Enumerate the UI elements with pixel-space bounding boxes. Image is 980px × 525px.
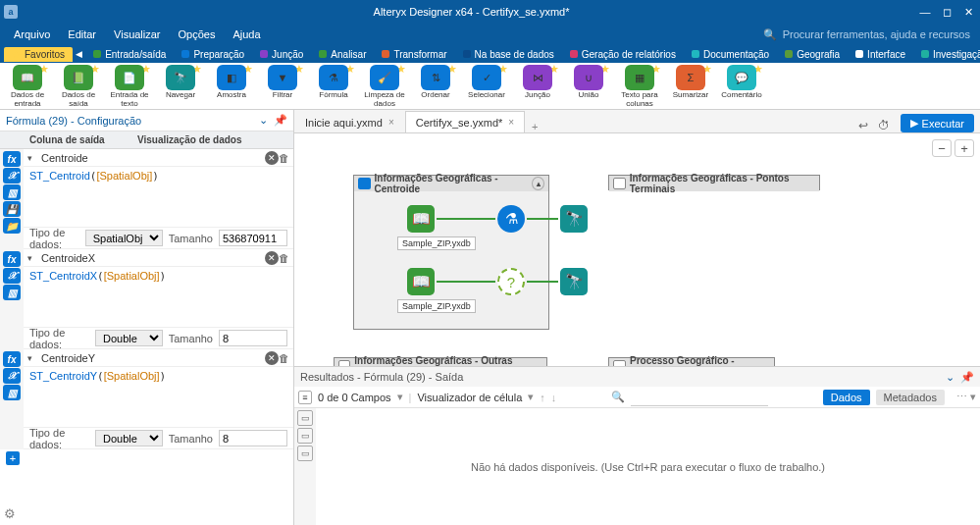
chevron-down-icon[interactable]: ▾: [27, 253, 41, 263]
cat-juncao[interactable]: Junção: [252, 48, 311, 61]
menu-editar[interactable]: Editar: [60, 26, 104, 42]
tool-comentario[interactable]: ★💬Comentário: [718, 65, 765, 100]
tab-inicie[interactable]: Inicie aqui.yxmd×: [294, 111, 405, 132]
cat-transformar[interactable]: Transformar: [374, 48, 454, 61]
cat-geo[interactable]: Geografia: [777, 48, 848, 61]
datatype-select[interactable]: Double: [95, 430, 163, 446]
palette-x-icon[interactable]: 𝒳: [3, 268, 21, 284]
field-row[interactable]: ▾ CentroideX ✕ 🗑: [24, 249, 293, 267]
tool-filtrar[interactable]: ★▼Filtrar: [259, 65, 306, 100]
new-tab-button[interactable]: +: [525, 121, 544, 132]
search-placeholder[interactable]: Procurar ferramentas, ajuda e recursos: [783, 28, 970, 40]
node-input[interactable]: 📖: [407, 205, 435, 233]
container-combinar[interactable]: Processo Geográfico - Combinar: [608, 357, 775, 366]
schedule-icon[interactable]: ⏱: [873, 119, 895, 132]
results-side-icon[interactable]: ▭: [297, 446, 313, 461]
node-input[interactable]: 📖: [407, 268, 435, 295]
clear-icon[interactable]: ✕: [265, 251, 279, 265]
results-search-input[interactable]: [631, 389, 768, 406]
arrow-up-icon[interactable]: ↑: [540, 392, 545, 403]
palette-col-icon[interactable]: ▥: [3, 385, 21, 400]
node-browse[interactable]: 🔭: [560, 268, 588, 295]
dados-tab[interactable]: Dados: [823, 390, 870, 405]
trash-icon[interactable]: 🗑: [279, 152, 289, 164]
palette-folder-icon[interactable]: 📁: [3, 218, 21, 234]
tool-navegar[interactable]: ★🔭Navegar: [157, 65, 204, 100]
gear-icon[interactable]: ⚙: [4, 506, 16, 521]
node-browse[interactable]: 🔭: [560, 205, 588, 233]
tool-ordenar[interactable]: ★⇅Ordenar: [412, 65, 459, 100]
results-chevron-icon[interactable]: ⌄: [946, 371, 954, 384]
cat-scroll-left[interactable]: ◀: [73, 49, 85, 59]
close-icon[interactable]: ×: [508, 117, 514, 128]
chevron-down-icon[interactable]: ▾: [27, 153, 41, 163]
expression-editor[interactable]: ST_Centroid([SpatialObj]): [24, 167, 293, 228]
cat-doc[interactable]: Documentação: [684, 48, 777, 61]
close-icon[interactable]: ×: [388, 117, 394, 128]
menu-visualizar[interactable]: Visualizar: [106, 26, 169, 42]
cat-interface[interactable]: Interface: [848, 48, 913, 61]
size-input[interactable]: [219, 330, 287, 346]
metadados-tab[interactable]: Metadados: [876, 390, 945, 405]
tool-texto-colunas[interactable]: ★▦Texto para colunas: [616, 65, 663, 109]
cat-analisar[interactable]: Analisar: [311, 48, 374, 61]
cat-favoritos[interactable]: ★Favoritos: [4, 47, 73, 62]
container-pontos[interactable]: Informações Geográficas - Pontos Termina…: [608, 175, 820, 190]
zoom-in-button[interactable]: +: [954, 139, 974, 157]
menu-ajuda[interactable]: Ajuda: [225, 26, 268, 42]
container-centroide[interactable]: Informações Geográficas - Centroide▴ 📖 ⚗…: [353, 175, 549, 330]
tool-dados-saida[interactable]: ★📗Dados de saída: [55, 65, 102, 109]
field-row[interactable]: ▾ Centroide ✕ 🗑: [24, 149, 293, 167]
tool-uniao[interactable]: ★∪União: [565, 65, 612, 100]
config-chevron-icon[interactable]: ⌄: [259, 114, 268, 127]
history-icon[interactable]: ↩: [853, 119, 873, 132]
minimize-button[interactable]: ―: [917, 5, 933, 19]
container-outras[interactable]: Informações Geográficas - Outras Informa…: [334, 357, 547, 366]
trash-icon[interactable]: 🗑: [279, 352, 289, 364]
palette-x-icon[interactable]: 𝒳: [3, 368, 21, 384]
clear-icon[interactable]: ✕: [265, 351, 279, 365]
palette-col-icon[interactable]: ▥: [3, 285, 21, 300]
add-field-button[interactable]: +: [6, 451, 20, 465]
results-side-icon[interactable]: ▭: [297, 410, 313, 426]
size-input[interactable]: [219, 430, 287, 446]
clear-icon[interactable]: ✕: [265, 151, 279, 165]
menu-opcoes[interactable]: Opções: [171, 26, 224, 42]
menu-arquivo[interactable]: Arquivo: [6, 26, 58, 42]
field-row[interactable]: ▾ CentroideY ✕ 🗑: [24, 349, 293, 367]
palette-fx-icon[interactable]: fx: [3, 251, 21, 267]
cat-relatorios[interactable]: Geração de relatórios: [562, 48, 684, 61]
collapse-icon[interactable]: ▴: [532, 177, 544, 190]
arrow-down-icon[interactable]: ↓: [551, 392, 557, 403]
tool-selecionar[interactable]: ★✓Selecionar: [463, 65, 510, 100]
palette-col-icon[interactable]: ▥: [3, 184, 21, 200]
tool-formula[interactable]: ★⚗Fórmula: [310, 65, 357, 100]
close-button[interactable]: ✕: [960, 5, 976, 19]
tool-amostra[interactable]: ★◧Amostra: [208, 65, 255, 100]
palette-save-icon[interactable]: 💾: [3, 201, 21, 217]
tool-sumarizar[interactable]: ★ΣSumarizar: [667, 65, 714, 100]
trash-icon[interactable]: 🗑: [279, 252, 289, 264]
workflow-canvas[interactable]: − + Informações Geográficas - Centroide▴…: [294, 133, 980, 366]
cat-invest[interactable]: Investigação de dados: [913, 48, 980, 61]
node-unknown[interactable]: ?: [497, 268, 525, 295]
cat-entrada[interactable]: Entrada/saída: [85, 48, 174, 61]
cat-nabase[interactable]: Na base de dados: [455, 48, 562, 61]
messages-badge[interactable]: ≡: [298, 391, 312, 404]
tab-certify[interactable]: Certifyx_se.yxmd*×: [405, 111, 525, 132]
palette-fx-icon[interactable]: fx: [3, 351, 21, 367]
datatype-select[interactable]: SpatialObj: [85, 230, 163, 246]
chevron-down-icon[interactable]: ▾: [27, 353, 41, 363]
expression-editor[interactable]: ST_CentroidX([SpatialObj]): [24, 267, 293, 328]
datatype-select[interactable]: Double: [95, 330, 163, 346]
size-input[interactable]: [219, 230, 287, 246]
cat-preparacao[interactable]: Preparação: [174, 48, 252, 61]
expression-editor[interactable]: ST_CentroidY([SpatialObj]): [24, 367, 293, 428]
tool-entrada-texto[interactable]: ★📄Entrada de texto: [106, 65, 153, 109]
node-formula[interactable]: ⚗: [497, 205, 525, 233]
maximize-button[interactable]: ◻: [939, 5, 954, 19]
run-button[interactable]: ▶ Executar: [901, 114, 974, 132]
zoom-out-button[interactable]: −: [932, 139, 952, 157]
tool-juncao[interactable]: ★⋈Junção: [514, 65, 561, 100]
palette-x-icon[interactable]: 𝒳: [3, 168, 21, 184]
